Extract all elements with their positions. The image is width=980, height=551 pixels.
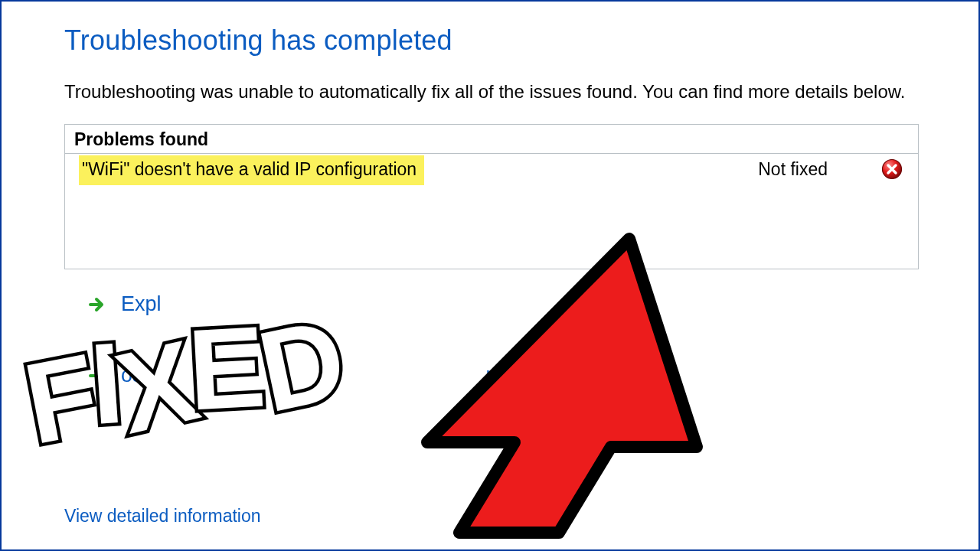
- option-explore-label: Expl: [121, 292, 162, 316]
- option-close-label-right: r: [486, 364, 493, 387]
- options-list: Expl os r: [64, 292, 919, 387]
- arrow-right-icon: [86, 294, 107, 315]
- problem-description: "WiFi" doesn't have a valid IP configura…: [79, 155, 424, 185]
- problem-status: Not fixed: [758, 159, 828, 180]
- option-close[interactable]: os r: [86, 364, 919, 387]
- problems-header: Problems found: [65, 125, 918, 154]
- troubleshooter-window: Troubleshooting has completed Troublesho…: [0, 0, 980, 551]
- option-close-label-left: os: [121, 364, 143, 387]
- problems-found-box: Problems found "WiFi" doesn't have a val…: [64, 124, 919, 269]
- arrow-right-icon: [86, 365, 107, 386]
- view-detailed-information-link[interactable]: View detailed information: [64, 506, 261, 527]
- result-summary: Troubleshooting was unable to automatica…: [64, 80, 919, 104]
- content-area: Troubleshooting has completed Troublesho…: [2, 2, 978, 387]
- page-title: Troubleshooting has completed: [64, 24, 919, 57]
- problem-row[interactable]: "WiFi" doesn't have a valid IP configura…: [65, 154, 918, 269]
- error-icon: [881, 158, 903, 180]
- problem-status-wrap: Not fixed: [758, 154, 907, 180]
- option-explore[interactable]: Expl: [86, 292, 919, 316]
